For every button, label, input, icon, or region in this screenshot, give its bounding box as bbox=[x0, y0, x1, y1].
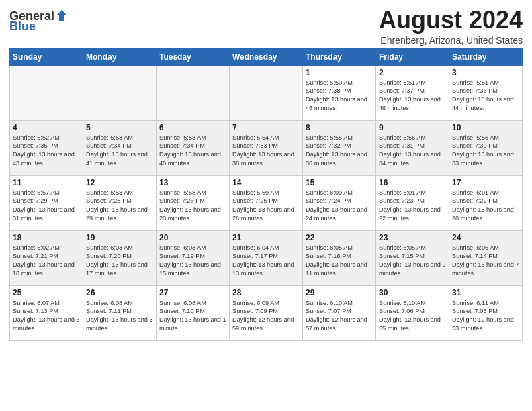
table-row: 20Sunrise: 6:03 AMSunset: 7:19 PMDayligh… bbox=[157, 230, 230, 285]
day-number: 29 bbox=[306, 288, 373, 298]
day-number: 8 bbox=[306, 123, 373, 132]
table-row bbox=[230, 65, 303, 120]
table-row: 29Sunrise: 6:10 AMSunset: 7:07 PMDayligh… bbox=[303, 285, 376, 340]
table-row: 22Sunrise: 6:05 AMSunset: 7:16 PMDayligh… bbox=[303, 230, 376, 285]
location-text: Ehrenberg, Arizona, United States bbox=[379, 35, 523, 46]
day-info: Sunrise: 6:08 AMSunset: 7:11 PMDaylight:… bbox=[86, 299, 153, 334]
day-number: 18 bbox=[13, 233, 80, 242]
day-number: 10 bbox=[452, 123, 519, 132]
day-info: Sunrise: 6:07 AMSunset: 7:13 PMDaylight:… bbox=[13, 299, 80, 334]
table-row: 26Sunrise: 6:08 AMSunset: 7:11 PMDayligh… bbox=[83, 285, 157, 340]
day-number: 23 bbox=[379, 233, 446, 242]
day-info: Sunrise: 5:58 AMSunset: 7:28 PMDaylight:… bbox=[86, 189, 153, 224]
table-row: 4Sunrise: 5:52 AMSunset: 7:35 PMDaylight… bbox=[10, 120, 83, 175]
day-info: Sunrise: 6:09 AMSunset: 7:09 PMDaylight:… bbox=[232, 299, 300, 334]
table-row: 3Sunrise: 5:51 AMSunset: 7:36 PMDaylight… bbox=[449, 65, 523, 120]
day-number: 4 bbox=[13, 123, 80, 132]
header-monday: Monday bbox=[83, 48, 157, 65]
day-number: 31 bbox=[452, 288, 519, 298]
day-info: Sunrise: 5:56 AMSunset: 7:30 PMDaylight:… bbox=[452, 134, 519, 169]
day-info: Sunrise: 5:50 AMSunset: 7:38 PMDaylight:… bbox=[306, 79, 373, 113]
table-row: 12Sunrise: 5:58 AMSunset: 7:28 PMDayligh… bbox=[83, 175, 157, 230]
day-number: 25 bbox=[13, 288, 80, 298]
table-row: 25Sunrise: 6:07 AMSunset: 7:13 PMDayligh… bbox=[10, 285, 83, 340]
table-row: 14Sunrise: 5:59 AMSunset: 7:25 PMDayligh… bbox=[230, 175, 303, 230]
header-saturday: Saturday bbox=[449, 48, 523, 65]
day-number: 24 bbox=[452, 233, 519, 242]
table-row: 28Sunrise: 6:09 AMSunset: 7:09 PMDayligh… bbox=[230, 285, 303, 340]
day-number: 30 bbox=[379, 288, 446, 298]
header-tuesday: Tuesday bbox=[157, 48, 230, 65]
table-row: 23Sunrise: 6:05 AMSunset: 7:15 PMDayligh… bbox=[376, 230, 449, 285]
day-number: 2 bbox=[379, 68, 446, 77]
day-info: Sunrise: 6:01 AMSunset: 7:22 PMDaylight:… bbox=[452, 189, 519, 224]
calendar-table: Sunday Monday Tuesday Wednesday Thursday… bbox=[9, 48, 523, 341]
main-container: General Blue August 2024 Ehrenberg, Ariz… bbox=[0, 0, 532, 347]
logo: General Blue bbox=[9, 9, 69, 34]
day-number: 3 bbox=[452, 68, 519, 77]
title-area: August 2024 Ehrenberg, Arizona, United S… bbox=[379, 7, 523, 46]
day-number: 5 bbox=[86, 123, 153, 132]
day-info: Sunrise: 6:03 AMSunset: 7:19 PMDaylight:… bbox=[159, 244, 226, 279]
table-row: 11Sunrise: 5:57 AMSunset: 7:29 PMDayligh… bbox=[10, 175, 83, 230]
day-info: Sunrise: 5:59 AMSunset: 7:25 PMDaylight:… bbox=[232, 189, 300, 224]
day-info: Sunrise: 6:00 AMSunset: 7:24 PMDaylight:… bbox=[306, 189, 373, 224]
table-row: 7Sunrise: 5:54 AMSunset: 7:33 PMDaylight… bbox=[230, 120, 303, 175]
table-row: 18Sunrise: 6:02 AMSunset: 7:21 PMDayligh… bbox=[10, 230, 83, 285]
table-row: 5Sunrise: 5:53 AMSunset: 7:34 PMDaylight… bbox=[83, 120, 157, 175]
day-number: 26 bbox=[86, 288, 153, 298]
day-number: 16 bbox=[379, 178, 446, 187]
day-number: 6 bbox=[159, 123, 226, 132]
day-info: Sunrise: 5:53 AMSunset: 7:34 PMDaylight:… bbox=[159, 134, 226, 169]
day-info: Sunrise: 6:04 AMSunset: 7:17 PMDaylight:… bbox=[232, 244, 300, 279]
header: General Blue August 2024 Ehrenberg, Ariz… bbox=[9, 7, 523, 46]
day-info: Sunrise: 6:02 AMSunset: 7:21 PMDaylight:… bbox=[13, 244, 80, 279]
table-row: 15Sunrise: 6:00 AMSunset: 7:24 PMDayligh… bbox=[303, 175, 376, 230]
table-row: 16Sunrise: 6:01 AMSunset: 7:23 PMDayligh… bbox=[376, 175, 449, 230]
day-number: 17 bbox=[452, 178, 519, 187]
table-row bbox=[83, 65, 157, 120]
table-row: 13Sunrise: 5:58 AMSunset: 7:26 PMDayligh… bbox=[157, 175, 230, 230]
day-number: 27 bbox=[159, 288, 226, 298]
day-info: Sunrise: 5:56 AMSunset: 7:31 PMDaylight:… bbox=[379, 134, 446, 169]
day-number: 9 bbox=[379, 123, 446, 132]
day-info: Sunrise: 6:11 AMSunset: 7:05 PMDaylight:… bbox=[452, 299, 519, 334]
day-info: Sunrise: 5:58 AMSunset: 7:26 PMDaylight:… bbox=[159, 189, 226, 224]
day-number: 12 bbox=[86, 178, 153, 187]
day-info: Sunrise: 5:57 AMSunset: 7:29 PMDaylight:… bbox=[13, 189, 80, 224]
day-number: 22 bbox=[306, 233, 373, 242]
day-number: 21 bbox=[232, 233, 300, 242]
day-info: Sunrise: 6:05 AMSunset: 7:16 PMDaylight:… bbox=[306, 244, 373, 279]
day-info: Sunrise: 6:10 AMSunset: 7:06 PMDaylight:… bbox=[379, 299, 446, 334]
table-row: 31Sunrise: 6:11 AMSunset: 7:05 PMDayligh… bbox=[449, 285, 523, 340]
table-row: 8Sunrise: 5:55 AMSunset: 7:32 PMDaylight… bbox=[303, 120, 376, 175]
day-number: 28 bbox=[232, 288, 300, 298]
table-row: 2Sunrise: 5:51 AMSunset: 7:37 PMDaylight… bbox=[376, 65, 449, 120]
table-row: 6Sunrise: 5:53 AMSunset: 7:34 PMDaylight… bbox=[157, 120, 230, 175]
svg-marker-0 bbox=[56, 10, 67, 21]
day-info: Sunrise: 6:10 AMSunset: 7:07 PMDaylight:… bbox=[306, 299, 373, 334]
day-info: Sunrise: 6:05 AMSunset: 7:15 PMDaylight:… bbox=[379, 244, 446, 279]
day-info: Sunrise: 6:03 AMSunset: 7:20 PMDaylight:… bbox=[86, 244, 153, 279]
logo-blue-text: Blue bbox=[9, 19, 36, 34]
table-row: 24Sunrise: 6:06 AMSunset: 7:14 PMDayligh… bbox=[449, 230, 523, 285]
day-info: Sunrise: 5:54 AMSunset: 7:33 PMDaylight:… bbox=[232, 134, 300, 169]
day-info: Sunrise: 5:51 AMSunset: 7:36 PMDaylight:… bbox=[452, 79, 519, 113]
day-info: Sunrise: 5:52 AMSunset: 7:35 PMDaylight:… bbox=[13, 134, 80, 169]
table-row: 21Sunrise: 6:04 AMSunset: 7:17 PMDayligh… bbox=[230, 230, 303, 285]
day-number: 19 bbox=[86, 233, 153, 242]
table-row: 9Sunrise: 5:56 AMSunset: 7:31 PMDaylight… bbox=[376, 120, 449, 175]
day-number: 14 bbox=[232, 178, 300, 187]
table-row bbox=[157, 65, 230, 120]
day-info: Sunrise: 5:55 AMSunset: 7:32 PMDaylight:… bbox=[306, 134, 373, 169]
day-info: Sunrise: 6:08 AMSunset: 7:10 PMDaylight:… bbox=[159, 299, 226, 334]
day-number: 7 bbox=[232, 123, 300, 132]
day-number: 20 bbox=[159, 233, 226, 242]
day-number: 13 bbox=[159, 178, 226, 187]
day-info: Sunrise: 6:01 AMSunset: 7:23 PMDaylight:… bbox=[379, 189, 446, 224]
logo-icon bbox=[55, 9, 69, 22]
header-thursday: Thursday bbox=[303, 48, 376, 65]
table-row: 1Sunrise: 5:50 AMSunset: 7:38 PMDaylight… bbox=[303, 65, 376, 120]
day-info: Sunrise: 5:53 AMSunset: 7:34 PMDaylight:… bbox=[86, 134, 153, 169]
day-number: 15 bbox=[306, 178, 373, 187]
